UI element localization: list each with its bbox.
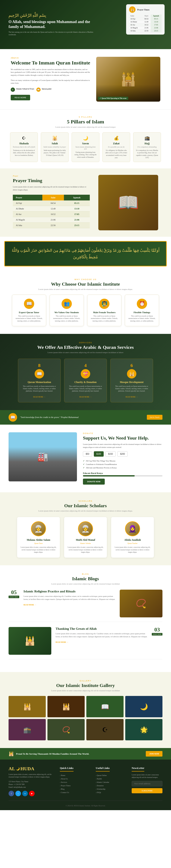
welcome-badge: ✓ Quran With Operating in This scene	[98, 97, 128, 100]
prayer-time-row: Al-Magrib21:0621:06	[129, 27, 162, 29]
welcome-left: About Us Welcome To Imman Quran Institut…	[11, 57, 91, 100]
campaign-name: Educate Rural Kenya	[83, 472, 163, 474]
services-grid: 8📖Quran MemorizationThis could focus mos…	[8, 359, 163, 402]
blog-link-1[interactable]: READ MORE →	[24, 604, 36, 606]
prayer-timing-text: Lorem ipsum dolor sit amet consectetur a…	[13, 186, 90, 191]
newsletter-subscribe-button[interactable]: SUBSCRIBE	[132, 788, 163, 793]
footer-useful-link-item[interactable]: › FAQs	[96, 791, 126, 794]
blogs-header: BLOG Islamic Blogs Lorem ipsum dolor sit…	[8, 573, 163, 585]
prayer-timing-table: Prayer Salat Iqamah Al Fajr04:5405:15Al …	[13, 195, 90, 228]
footer-quick-links: Quick Links › Home› About Us› Services› …	[60, 766, 91, 796]
arabic-banner-text: أَوَكَمَّا يَكْسِبُ فِيهَا ظُلَّمَتْ وَر…	[11, 247, 160, 260]
support-section: 🏭 DONATE Support Us, We Need Your Help. …	[0, 425, 171, 493]
scholar-card: 🧕Abida AnahlahQuran TeacherLorem ipsum d…	[111, 517, 154, 558]
footer-quick-link-item[interactable]: › Blog	[60, 787, 91, 791]
support-list-item: ✓Contribute to Scholarstic ForumMentatio…	[83, 463, 163, 466]
footer-quick-link-item[interactable]: › About Us	[60, 777, 91, 780]
gallery-item: 🕌	[48, 696, 85, 717]
scholars-title: Our Islamic Scholars	[8, 503, 163, 508]
serving-text: Proud To Be Serving Thousands Of Muslim …	[16, 752, 89, 755]
support-list-item: ✓Fill Cup With This Village Very Mission	[83, 459, 163, 463]
why-choose-tag: WHY CHOOSE US	[8, 278, 163, 280]
footer-useful-link-item[interactable]: › Hadith	[96, 777, 126, 780]
social-icons: f t in ▶	[8, 791, 55, 796]
blogs-title: Islamic Blogs	[8, 576, 163, 582]
footer-newsletter-title: NewsLetter	[132, 767, 144, 772]
support-text: Lorem ipsum dolor sit amet consectetur a…	[83, 443, 163, 449]
footer-address: 123 Street Name, City Name Phone: +1 234…	[8, 780, 55, 788]
footer-useful-links: Useful Links › Quran Online› Hadith› Isl…	[96, 766, 126, 796]
pillars-grid: ☪ShahadaTestimony that is the will of fa…	[8, 132, 163, 162]
prayer-timing-row: Al Fajr04:5405:15	[13, 200, 90, 206]
footer-brand: AL 🌙 HUDA Lorem ipsum dolor sit amet, co…	[8, 766, 55, 796]
newsletter-input[interactable]	[132, 781, 163, 786]
footer-useful-links-title: Useful Links	[96, 767, 110, 772]
gallery-grid: 🕌🕌📖🌙🕋📿☪🌟	[8, 696, 163, 740]
campaign-info: Educate Rural Kenya	[83, 472, 163, 476]
footer-useful-link-item[interactable]: › Scholarship	[96, 787, 126, 791]
prayer-time-row: Al-Isha22:5623:15	[129, 29, 162, 32]
hero-subtitle: The best among you is the one who learns…	[8, 31, 94, 36]
donate-now-button[interactable]: DONATE NOW	[83, 478, 105, 485]
footer-quick-link-item[interactable]: › Services	[60, 780, 91, 784]
pillars-section: 5 PILLARS 5 Pillars of Islam Lorem ipsum…	[0, 109, 171, 168]
scholars-subtitle: Lorem ipsum dolor sit amet consectetur a…	[32, 510, 139, 512]
blog-date-1: 05 DAILY MAY	[8, 590, 19, 598]
gallery-subtitle: Lorem ipsum dolor sit amet consectetur a…	[8, 689, 163, 692]
blog-content-2: Thanking The Greats of Allah Lorem ipsum…	[56, 627, 147, 644]
pillar-card: 💰ZakatIt is possible you can doIt is obl…	[103, 132, 130, 162]
why-choose-subtitle: Lorem ipsum dolor sit amet consectetur a…	[32, 288, 139, 290]
hadith-cta-button[interactable]: Get In Touch	[147, 415, 163, 420]
donation-150[interactable]: $150	[105, 451, 116, 457]
services-title: We Offer An Effective Arabic & Quran Ser…	[8, 345, 163, 350]
gallery-item: 🕋	[8, 719, 46, 740]
feature-item-1: ☪ Islamic School of Trust	[11, 87, 34, 92]
prayer-timing-left: Prayer Prayer Timing Lorem ipsum dolor s…	[13, 175, 90, 228]
footer-quick-link-item[interactable]: › Home	[60, 774, 91, 777]
support-list: ✓Fill Cup With This Village Very Mission…	[83, 459, 163, 469]
donation-200[interactable]: $200	[117, 451, 127, 457]
footer-quick-link-item[interactable]: › Contact Us	[60, 791, 91, 794]
gallery-title: Our Islamic Institute Gallery	[8, 683, 163, 688]
blog-date-2: 03 DAILY MAR	[152, 627, 163, 636]
footer-quick-link-item[interactable]: › Prayer Times	[60, 784, 91, 787]
hero-arabic: بِسْمِ اللَّهِ الرَّحْمَٰنِ الرَّحِيمِ	[8, 13, 94, 18]
twitter-icon[interactable]: t	[16, 791, 21, 796]
footer-useful-link-item[interactable]: › Donation	[96, 784, 126, 787]
footer-useful-link-item[interactable]: › Quran Online	[96, 774, 126, 777]
footer-quick-links-list: › Home› About Us› Services› Prayer Times…	[60, 774, 91, 794]
newsletter-desc: Lorem ipsum dolor sit amet consectetur a…	[132, 774, 163, 779]
blog-image-2: 🕌	[8, 627, 51, 655]
linkedin-icon[interactable]: in	[22, 791, 28, 796]
progress-bar	[83, 475, 163, 476]
blog-content-1: Islamic Religious Practice and Rituals L…	[24, 590, 115, 606]
welcome-tag: About Us	[11, 57, 91, 59]
serving-join-button[interactable]: JOIN NOW	[146, 751, 163, 756]
read-more-button[interactable]: READ MORE	[11, 95, 30, 100]
footer-useful-link-item[interactable]: › Islamic Calendar	[96, 780, 126, 784]
hadith-text: "Seek knowledge from the cradle to the g…	[20, 416, 144, 418]
blog-text-2: Lorem ipsum dolor sit amet, consectetur …	[56, 632, 147, 638]
welcome-image: 🕌 ✓ Quran With Operating in This scene	[96, 57, 160, 102]
feature-item-2: 📖 Quran point	[36, 87, 52, 92]
footer-newsletter: NewsLetter Lorem ipsum dolor sit amet co…	[132, 766, 163, 796]
hadith-icon: 📖	[8, 413, 17, 422]
welcome-section: About Us Welcome To Imman Quran Institut…	[0, 49, 171, 109]
gallery-section: GALLERY Our Islamic Institute Gallery Lo…	[0, 672, 171, 748]
support-tag: DONATE	[83, 432, 163, 434]
facebook-icon[interactable]: f	[8, 791, 14, 796]
prayer-timing-row: Al Magrib21:0621:06	[13, 217, 90, 223]
blog-text-1: Lorem ipsum dolor sit amet, consectetur …	[24, 595, 115, 601]
pillar-card: ☪ShahadaTestimony that is the will of fa…	[10, 132, 38, 162]
hero-section: بِسْمِ اللَّهِ الرَّحْمَٰنِ الرَّحِيمِ O…	[0, 0, 171, 49]
donation-50[interactable]: $50	[83, 451, 92, 457]
gallery-item: ☪	[86, 719, 123, 740]
scholars-section: SCHOLARS Our Islamic Scholars Lorem ipsu…	[0, 492, 171, 565]
youtube-icon[interactable]: ▶	[29, 791, 35, 796]
prayer-timing-row: Al Isha22:5623:15	[13, 223, 90, 228]
prayer-time-row: Al-Fajr04:5405:15	[129, 18, 162, 21]
blog-item-2: 03 DAILY MAR Thanking The Greats of Alla…	[8, 627, 163, 659]
blog-link-2[interactable]: READ MORE →	[56, 641, 68, 643]
blog-title-1: Islamic Religious Practice and Rituals	[24, 590, 115, 593]
donation-100[interactable]: $100	[94, 451, 104, 457]
